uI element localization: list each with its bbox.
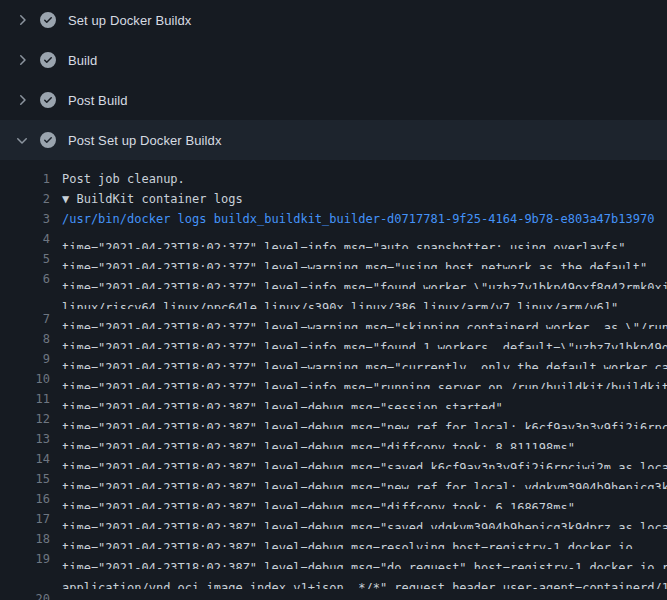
line-number[interactable]: 10 (0, 369, 50, 389)
line-text: time="2021-04-23T18:02:38Z" level=debug … (62, 389, 503, 409)
check-circle-icon (40, 132, 56, 148)
log-line: 11 time="2021-04-23T18:02:38Z" level=deb… (0, 389, 667, 409)
log-line: 6 time="2021-04-23T18:02:37Z" level=info… (0, 269, 667, 289)
log-line: 20 time="2021-04-23T18:02:38Z" level=deb… (0, 589, 667, 600)
steps-list: Set up Docker Buildx Build Post Build (0, 0, 667, 160)
check-circle-icon (40, 12, 56, 28)
line-number[interactable]: 8 (0, 329, 50, 349)
log-group-toggle[interactable]: ▼ BuildKit container logs (62, 189, 243, 209)
line-number[interactable]: 16 (0, 489, 50, 509)
line-text: /usr/bin/docker logs buildx_buildkit_bui… (62, 209, 654, 229)
line-text: Post job cleanup. (62, 169, 185, 189)
line-text: time="2021-04-23T18:02:37Z" level=warnin… (62, 249, 647, 269)
log-line: 17 time="2021-04-23T18:02:38Z" level=deb… (0, 509, 667, 529)
line-text: time="2021-04-23T18:02:38Z" level=debug … (62, 429, 575, 449)
line-number[interactable]: 6 (0, 269, 50, 289)
line-number[interactable]: 1 (0, 169, 50, 189)
line-number[interactable]: 14 (0, 449, 50, 469)
log-line: 5 time="2021-04-23T18:02:37Z" level=warn… (0, 249, 667, 269)
line-number[interactable]: 18 (0, 529, 50, 549)
chevron-right-icon[interactable] (14, 92, 30, 108)
line-text: time="2021-04-23T18:02:38Z" level=debug … (62, 489, 575, 509)
log-line: 16 time="2021-04-23T18:02:38Z" level=deb… (0, 489, 667, 509)
line-number[interactable]: 12 (0, 409, 50, 429)
step-header[interactable]: Post Set up Docker Buildx (0, 120, 667, 160)
log-line: 18 time="2021-04-23T18:02:38Z" level=deb… (0, 529, 667, 549)
chevron-right-icon[interactable] (14, 52, 30, 68)
line-number[interactable]: 13 (0, 429, 50, 449)
line-text: time="2021-04-23T18:02:37Z" level=info m… (62, 329, 667, 349)
log-viewer: 1 Post job cleanup. 2 ▼ BuildKit contain… (0, 160, 667, 600)
check-circle-icon (40, 52, 56, 68)
line-number[interactable]: 17 (0, 509, 50, 529)
line-text: time="2021-04-23T18:02:37Z" level=warnin… (62, 349, 667, 369)
log-line: 3 /usr/bin/docker logs buildx_buildkit_b… (0, 209, 667, 229)
line-number[interactable]: 2 (0, 189, 50, 209)
step-title: Post Set up Docker Buildx (68, 133, 222, 148)
line-text: time="2021-04-23T18:02:38Z" level=debug … (62, 509, 667, 529)
line-text: time="2021-04-23T18:02:38Z" level=debug … (62, 449, 667, 469)
line-text: application/vnd.oci.image.index.v1+json,… (62, 569, 667, 589)
log-line: 1 Post job cleanup. (0, 169, 667, 189)
log-line: 8 time="2021-04-23T18:02:37Z" level=info… (0, 329, 667, 349)
step-header[interactable]: Set up Docker Buildx (0, 0, 667, 40)
line-number[interactable]: 7 (0, 309, 50, 329)
line-text: time="2021-04-23T18:02:37Z" level=info m… (62, 369, 667, 389)
log-line: 7 time="2021-04-23T18:02:37Z" level=warn… (0, 309, 667, 329)
line-text: time="2021-04-23T18:02:37Z" level=info m… (62, 269, 667, 289)
line-number[interactable] (0, 569, 50, 589)
log-line: 19 time="2021-04-23T18:02:38Z" level=deb… (0, 549, 667, 569)
line-number[interactable]: 11 (0, 389, 50, 409)
line-number[interactable]: 20 (0, 589, 50, 600)
log-line: 14 time="2021-04-23T18:02:38Z" level=deb… (0, 449, 667, 469)
line-number[interactable]: 19 (0, 549, 50, 569)
line-text: time="2021-04-23T18:02:37Z" level=info m… (62, 229, 626, 249)
chevron-right-icon[interactable] (14, 12, 30, 28)
log-line: 15 time="2021-04-23T18:02:38Z" level=deb… (0, 469, 667, 489)
step-title: Set up Docker Buildx (68, 13, 191, 28)
log-line: linux/riscv64 linux/ppc64le linux/s390x … (0, 289, 667, 309)
log-line: 4 time="2021-04-23T18:02:37Z" level=info… (0, 229, 667, 249)
line-number[interactable]: 4 (0, 229, 50, 249)
line-text: time="2021-04-23T18:02:38Z" level=debug … (62, 469, 667, 489)
step-header[interactable]: Post Build (0, 80, 667, 120)
log-line: 10 time="2021-04-23T18:02:37Z" level=inf… (0, 369, 667, 389)
line-number[interactable]: 3 (0, 209, 50, 229)
line-number[interactable]: 9 (0, 349, 50, 369)
log-line: 13 time="2021-04-23T18:02:38Z" level=deb… (0, 429, 667, 449)
step-title: Post Build (68, 93, 128, 108)
chevron-down-icon[interactable] (14, 132, 30, 148)
line-number[interactable]: 5 (0, 249, 50, 269)
log-line: application/vnd.oci.image.index.v1+json,… (0, 569, 667, 589)
line-text: time="2021-04-23T18:02:37Z" level=warnin… (62, 309, 667, 329)
log-line: 9 time="2021-04-23T18:02:37Z" level=warn… (0, 349, 667, 369)
line-text: time="2021-04-23T18:02:38Z" level=debug … (62, 589, 662, 600)
line-number[interactable]: 15 (0, 469, 50, 489)
line-text: time="2021-04-23T18:02:38Z" level=debug … (62, 409, 667, 429)
check-circle-icon (40, 92, 56, 108)
line-text: linux/riscv64 linux/ppc64le linux/s390x … (62, 289, 618, 309)
line-text: time="2021-04-23T18:02:38Z" level=debug … (62, 529, 633, 549)
step-title: Build (68, 53, 97, 68)
log-line: 2 ▼ BuildKit container logs (0, 189, 667, 209)
line-text: time="2021-04-23T18:02:38Z" level=debug … (62, 549, 667, 569)
log-line: 12 time="2021-04-23T18:02:38Z" level=deb… (0, 409, 667, 429)
step-header[interactable]: Build (0, 40, 667, 80)
line-number[interactable] (0, 289, 50, 309)
